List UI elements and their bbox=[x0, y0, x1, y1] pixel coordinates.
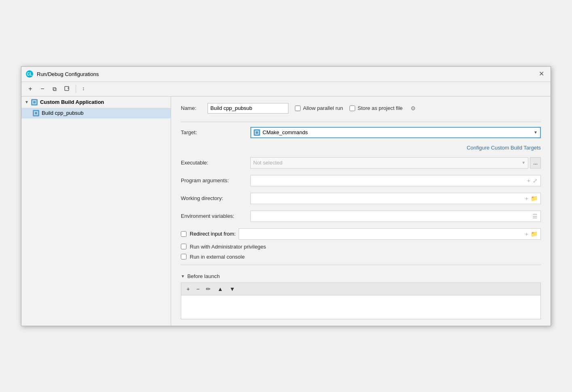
external-console-checkbox[interactable] bbox=[181, 254, 186, 259]
title-bar: CL Run/Debug Configurations ✕ bbox=[21, 67, 551, 82]
redirect-checkbox[interactable] bbox=[181, 231, 186, 237]
sidebar-group-chevron: ▼ bbox=[25, 100, 29, 104]
configure-link-container: Configure Custom Build Targets bbox=[181, 145, 541, 151]
add-config-button[interactable]: + bbox=[25, 84, 36, 94]
env-vars-control: ☰ bbox=[250, 211, 541, 222]
sidebar-item-build-cpp-pubsub[interactable]: Build cpp_pubsub bbox=[21, 108, 171, 118]
close-button[interactable]: ✕ bbox=[536, 70, 547, 78]
title-bar-left: CL Run/Debug Configurations bbox=[25, 70, 99, 78]
svg-rect-5 bbox=[33, 101, 36, 103]
working-dir-input-wrapper: + 📁 bbox=[250, 193, 541, 204]
redirect-row: Redirect input from: + 📁 bbox=[181, 228, 541, 240]
before-launch-header[interactable]: ▼ Before launch bbox=[181, 273, 541, 279]
configure-custom-build-link[interactable]: Configure Custom Build Targets bbox=[181, 145, 541, 151]
before-launch-edit-button[interactable]: ✏ bbox=[203, 285, 214, 293]
env-vars-label: Environment variables: bbox=[181, 213, 246, 219]
dialog-title: Run/Debug Configurations bbox=[37, 71, 99, 77]
env-vars-edit-button[interactable]: ☰ bbox=[531, 213, 539, 219]
executable-control: Not selected ▼ ... bbox=[250, 157, 541, 169]
name-row: Name: Allow parallel run Store as projec… bbox=[181, 103, 541, 114]
program-args-label: Program arguments: bbox=[181, 177, 246, 183]
name-input[interactable] bbox=[208, 103, 288, 114]
svg-text:CL: CL bbox=[27, 72, 32, 76]
before-launch-title: Before launch bbox=[187, 273, 220, 279]
store-as-project-label[interactable]: Store as project file bbox=[350, 105, 403, 111]
target-dropdown-text: CMake_commands bbox=[263, 129, 534, 135]
working-dir-control: + 📁 bbox=[250, 193, 541, 204]
store-as-project-text: Store as project file bbox=[358, 105, 403, 111]
sidebar-item-label: Build cpp_pubsub bbox=[42, 110, 83, 116]
admin-privileges-checkbox[interactable] bbox=[181, 244, 186, 249]
app-icon: CL bbox=[25, 70, 34, 78]
copy-config-button[interactable]: ⧉ bbox=[49, 84, 60, 94]
before-launch-section: ▼ Before launch + − ✏ ▲ ▼ bbox=[181, 273, 541, 319]
svg-text:↕: ↕ bbox=[82, 85, 85, 91]
before-launch-down-button[interactable]: ▼ bbox=[227, 285, 238, 293]
target-row: Target: CMake_commands ▼ bbox=[181, 127, 541, 138]
before-launch-up-button[interactable]: ▲ bbox=[214, 285, 226, 293]
working-dir-browse-button[interactable]: 📁 bbox=[530, 196, 539, 201]
before-launch-content bbox=[181, 295, 541, 319]
program-args-add-button[interactable]: + bbox=[526, 178, 532, 183]
admin-privileges-row: Run with Administrator privileges bbox=[181, 244, 541, 250]
move-to-button[interactable] bbox=[61, 84, 73, 95]
sort-button[interactable]: ↕ bbox=[78, 83, 91, 95]
config-panel: Name: Allow parallel run Store as projec… bbox=[171, 97, 551, 326]
svg-rect-9 bbox=[256, 131, 258, 134]
executable-dropdown[interactable]: Not selected ▼ bbox=[250, 157, 528, 169]
before-launch-chevron: ▼ bbox=[181, 274, 185, 278]
target-dropdown[interactable]: CMake_commands ▼ bbox=[250, 127, 541, 138]
env-vars-input-wrapper: ☰ bbox=[250, 211, 541, 222]
divider-2 bbox=[181, 265, 541, 265]
external-console-row: Run in external console bbox=[181, 254, 541, 260]
working-dir-input[interactable] bbox=[252, 195, 524, 201]
toolbar: + − ⧉ ↕ bbox=[21, 82, 551, 97]
before-launch-toolbar: + − ✏ ▲ ▼ bbox=[181, 282, 541, 295]
redirect-browse-button[interactable]: 📁 bbox=[530, 231, 539, 237]
redirect-input[interactable] bbox=[241, 231, 523, 237]
env-vars-input[interactable] bbox=[252, 213, 531, 219]
allow-parallel-text: Allow parallel run bbox=[303, 105, 343, 111]
working-dir-add-button[interactable]: + bbox=[524, 196, 530, 201]
sidebar-group-label: Custom Build Application bbox=[40, 99, 104, 105]
external-console-label[interactable]: Run in external console bbox=[190, 254, 245, 260]
executable-row: Executable: Not selected ▼ ... bbox=[181, 157, 541, 169]
program-args-row: Program arguments: + ⤢ bbox=[181, 175, 541, 186]
program-args-input[interactable] bbox=[252, 177, 526, 183]
redirect-input-wrapper: + 📁 bbox=[239, 228, 541, 240]
target-control: CMake_commands ▼ bbox=[250, 127, 541, 138]
target-dropdown-icon bbox=[254, 129, 260, 136]
admin-privileges-label[interactable]: Run with Administrator privileges bbox=[190, 244, 266, 250]
sidebar: ▼ Custom Build Application Build cpp_p bbox=[21, 97, 171, 326]
working-dir-label: Working directory: bbox=[181, 195, 246, 201]
executable-label: Executable: bbox=[181, 160, 246, 166]
name-label: Name: bbox=[181, 105, 201, 111]
executable-browse-button[interactable]: ... bbox=[530, 157, 541, 169]
run-debug-dialog: CL Run/Debug Configurations ✕ + − ⧉ ↕ ▼ bbox=[21, 66, 551, 326]
sidebar-item-icon bbox=[33, 110, 39, 116]
divider-1 bbox=[181, 122, 541, 122]
program-args-input-wrapper: + ⤢ bbox=[250, 175, 541, 186]
executable-placeholder: Not selected bbox=[253, 160, 521, 166]
remove-config-button[interactable]: − bbox=[37, 84, 48, 94]
working-dir-row: Working directory: + 📁 bbox=[181, 193, 541, 204]
target-dropdown-arrow: ▼ bbox=[534, 130, 538, 135]
program-args-control: + ⤢ bbox=[250, 175, 541, 186]
sidebar-group-custom-build[interactable]: ▼ Custom Build Application bbox=[21, 97, 171, 108]
program-args-expand-button[interactable]: ⤢ bbox=[532, 178, 539, 183]
env-vars-row: Environment variables: ☰ bbox=[181, 211, 541, 222]
allow-parallel-label[interactable]: Allow parallel run bbox=[295, 105, 343, 111]
before-launch-remove-button[interactable]: − bbox=[193, 285, 202, 293]
store-as-project-checkbox[interactable] bbox=[350, 105, 355, 111]
target-label: Target: bbox=[181, 129, 246, 135]
sidebar-group-icon bbox=[31, 99, 38, 105]
target-section: Target: CMake_commands ▼ bbox=[181, 127, 541, 151]
redirect-add-button[interactable]: + bbox=[524, 231, 530, 237]
svg-rect-7 bbox=[35, 112, 37, 114]
settings-icon[interactable]: ⚙ bbox=[411, 105, 416, 112]
main-content: ▼ Custom Build Application Build cpp_p bbox=[21, 97, 551, 326]
executable-dropdown-arrow: ▼ bbox=[521, 160, 525, 165]
redirect-label: Redirect input from: bbox=[190, 231, 235, 237]
before-launch-add-button[interactable]: + bbox=[184, 285, 193, 293]
allow-parallel-checkbox[interactable] bbox=[295, 105, 301, 111]
